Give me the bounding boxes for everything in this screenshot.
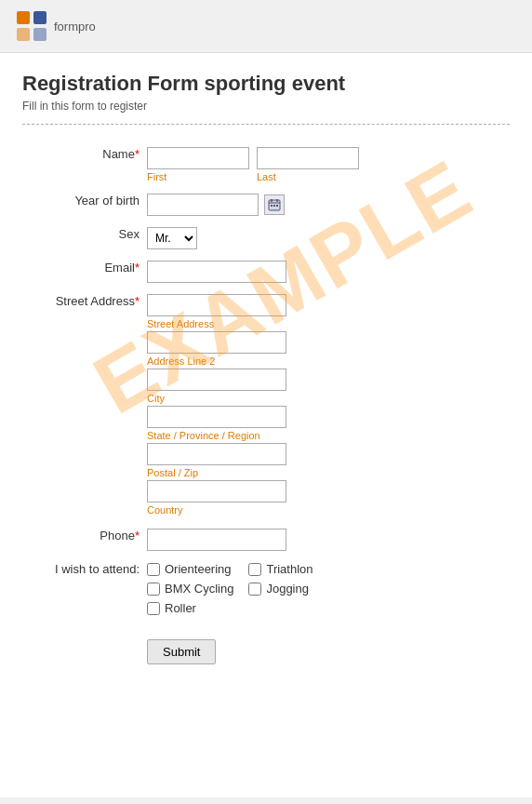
last-name-label: Last xyxy=(257,171,359,182)
email-row: Email* xyxy=(22,255,510,288)
bmx-label: BMX Cycling xyxy=(165,582,233,596)
submit-row: Submit xyxy=(22,639,510,664)
phone-row: Phone* xyxy=(22,523,510,556)
triathlon-label: Triathlon xyxy=(266,562,313,576)
dob-input[interactable] xyxy=(147,194,259,216)
submit-button[interactable]: Submit xyxy=(147,639,216,664)
last-name-input[interactable] xyxy=(257,147,359,169)
sex-row: Sex Mr. Mrs. Ms. Dr. xyxy=(22,221,510,255)
logo: formpro xyxy=(15,9,517,43)
phone-label: Phone* xyxy=(22,523,143,556)
svg-rect-1 xyxy=(33,11,47,24)
country-input[interactable] xyxy=(147,480,286,502)
svg-rect-0 xyxy=(17,11,30,24)
roller-checkbox[interactable] xyxy=(147,602,160,615)
name-required: * xyxy=(135,147,140,161)
orienteering-checkbox[interactable] xyxy=(147,563,160,576)
roller-option: Roller xyxy=(147,601,233,615)
city-input[interactable] xyxy=(147,368,286,391)
address-line2-sublabel: Address Line 2 xyxy=(147,355,506,367)
svg-rect-10 xyxy=(276,205,278,207)
country-group: Country xyxy=(147,480,506,516)
attend-label: I wish to attend: xyxy=(22,556,143,621)
attend-col-2: Triathlon Jogging xyxy=(248,562,313,596)
street-address-input[interactable] xyxy=(147,294,286,316)
attend-options: Orienteering BMX Cycling Roller xyxy=(147,562,506,615)
zip-sublabel: Postal / Zip xyxy=(147,467,506,478)
name-field-cell: First Last xyxy=(143,141,510,188)
first-name-input[interactable] xyxy=(147,147,249,169)
name-row: Name* First Last xyxy=(22,141,510,188)
page-subtitle: Fill in this form to register xyxy=(22,100,510,125)
sex-field-cell: Mr. Mrs. Ms. Dr. xyxy=(143,221,510,255)
street-address-group: Street Address xyxy=(147,294,506,329)
sex-select[interactable]: Mr. Mrs. Ms. Dr. xyxy=(147,227,197,249)
attend-col-1: Orienteering BMX Cycling Roller xyxy=(147,562,233,615)
state-sublabel: State / Province / Region xyxy=(147,430,506,441)
bmx-option: BMX Cycling xyxy=(147,582,233,596)
registration-form: Name* First Last xyxy=(22,141,510,621)
email-field-cell xyxy=(143,255,510,288)
svg-rect-9 xyxy=(273,205,275,207)
roller-label: Roller xyxy=(165,601,196,615)
address-label: Street Address* xyxy=(22,288,143,523)
address-line2-group: Address Line 2 xyxy=(147,331,506,367)
sex-label: Sex xyxy=(22,221,143,255)
svg-rect-3 xyxy=(33,28,47,41)
triathlon-checkbox[interactable] xyxy=(248,563,261,576)
city-group: City xyxy=(147,368,506,404)
orienteering-option: Orienteering xyxy=(147,562,233,576)
dob-inputs xyxy=(147,194,506,216)
triathlon-option: Triathlon xyxy=(248,562,313,576)
bmx-checkbox[interactable] xyxy=(147,583,160,596)
svg-rect-8 xyxy=(271,205,273,207)
email-input[interactable] xyxy=(147,261,286,283)
first-name-label: First xyxy=(147,171,249,182)
zip-group: Postal / Zip xyxy=(147,443,506,478)
jogging-option: Jogging xyxy=(248,582,313,596)
country-sublabel: Country xyxy=(147,504,506,516)
dob-label: Year of birth xyxy=(22,188,143,221)
dob-field-cell xyxy=(143,188,510,221)
address-line2-input[interactable] xyxy=(147,331,286,354)
phone-input[interactable] xyxy=(147,529,286,551)
calendar-icon[interactable] xyxy=(264,194,285,215)
page-title: Registration Form sporting event xyxy=(22,72,510,96)
svg-rect-2 xyxy=(17,28,30,41)
address-row: Street Address* Street Address Address L… xyxy=(22,288,510,523)
attend-row: I wish to attend: Orienteering BMX Cycli… xyxy=(22,556,510,621)
orienteering-label: Orienteering xyxy=(165,562,232,576)
name-inputs: First Last xyxy=(147,147,506,182)
dob-row: Year of birth xyxy=(22,188,510,221)
jogging-label: Jogging xyxy=(266,582,309,596)
address-section: Street Address Address Line 2 City xyxy=(147,294,506,517)
name-label: Name* xyxy=(22,141,143,188)
attend-field-cell: Orienteering BMX Cycling Roller xyxy=(143,556,510,621)
email-label: Email* xyxy=(22,255,143,288)
logo-text: formpro xyxy=(54,20,96,34)
state-input[interactable] xyxy=(147,406,286,428)
city-sublabel: City xyxy=(147,393,506,404)
page-content: EXAMPLE Registration Form sporting event… xyxy=(0,53,532,797)
last-name-group: Last xyxy=(257,147,359,182)
zip-input[interactable] xyxy=(147,443,286,465)
header: formpro xyxy=(0,0,532,53)
logo-icon xyxy=(15,9,48,43)
address-field-cell: Street Address Address Line 2 City xyxy=(143,288,510,523)
first-name-group: First xyxy=(147,147,249,182)
jogging-checkbox[interactable] xyxy=(248,583,261,596)
street-address-sublabel: Street Address xyxy=(147,318,506,329)
phone-field-cell xyxy=(143,523,510,556)
state-group: State / Province / Region xyxy=(147,406,506,441)
